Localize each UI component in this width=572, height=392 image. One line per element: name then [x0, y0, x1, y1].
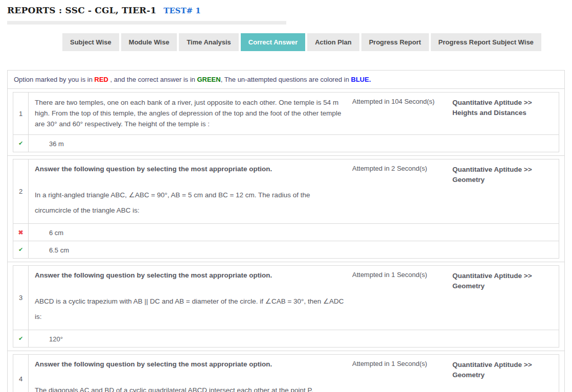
legend-notice: Option marked by you is in RED , and the…: [8, 71, 564, 89]
question-intro: Answer the following question by selecti…: [35, 359, 345, 370]
results-container: Option marked by you is in RED , and the…: [7, 70, 565, 392]
attempted-time: Attempted in 2 Second(s): [352, 159, 452, 223]
question-text: There are two temples, one on each bank …: [35, 97, 345, 129]
legend-text: Option marked by you is in: [14, 76, 95, 83]
answer-option-row: ✔ 6.5 cm: [13, 241, 559, 258]
attempted-time: Attempted in 1 Second(s): [352, 266, 452, 330]
question-text: In a right-angled triangle ABC, ∠ABC = 9…: [35, 188, 345, 218]
question-row: 3 Answer the following question by selec…: [13, 266, 559, 330]
question-number: 3: [13, 266, 29, 330]
attempted-time: Attempted in 1 Second(s): [352, 355, 452, 392]
question-section: 2 Answer the following question by selec…: [8, 156, 564, 262]
question-text: ABCD is a cyclic trapezium with AB || DC…: [35, 294, 345, 325]
answer-option-row: ✔ 120°: [13, 330, 559, 347]
question-section: 3 Answer the following question by selec…: [8, 262, 564, 351]
answer-option-text: 6 cm: [29, 224, 559, 241]
question-category: Quantitative Aptitude >> Geometry: [452, 355, 559, 392]
tab-module-wise[interactable]: Module Wise: [121, 33, 177, 51]
answer-option-row: ✔ 36 m: [13, 134, 559, 152]
question-row: 4 Answer the following question by selec…: [13, 355, 559, 392]
answer-option-text: 6.5 cm: [29, 241, 559, 258]
legend-text: , The un-attempted questions are colored…: [221, 76, 351, 83]
question-section: 1 There are two temples, one on each ban…: [8, 89, 564, 156]
question-content: Answer the following question by selecti…: [29, 355, 352, 392]
legend-text: , and the correct answer is in: [108, 76, 197, 83]
question-category: Quantitative Aptitude >> Geometry: [452, 266, 559, 330]
question-row: 2 Answer the following question by selec…: [13, 159, 559, 223]
correct-answer-icon: ✔: [13, 330, 29, 347]
question-number: 4: [13, 355, 29, 392]
question-intro: Answer the following question by selecti…: [35, 270, 345, 281]
answer-option-text: 120°: [29, 330, 559, 347]
question-text: The diagonals AC and BD of a cyclic quad…: [35, 383, 345, 392]
tab-correct-answer[interactable]: Correct Answer: [241, 33, 305, 51]
question-content: There are two temples, one on each bank …: [29, 93, 352, 134]
question-card: 1 There are two temples, one on each ban…: [13, 92, 559, 152]
question-card: 2 Answer the following question by selec…: [13, 159, 559, 259]
tab-action-plan[interactable]: Action Plan: [307, 33, 359, 51]
question-number: 1: [13, 93, 29, 134]
report-tabs: Subject Wise Module Wise Time Analysis C…: [62, 33, 565, 51]
answer-option-text: 36 m: [29, 135, 559, 152]
question-content: Answer the following question by selecti…: [29, 159, 352, 223]
correct-answer-icon: ✔: [13, 241, 29, 258]
question-category: Quantitative Aptitude >> Geometry: [452, 159, 559, 223]
question-content: Answer the following question by selecti…: [29, 266, 352, 330]
question-section: 4 Answer the following question by selec…: [8, 351, 564, 392]
question-row: 1 There are two temples, one on each ban…: [13, 93, 559, 134]
tab-progress-report-subject-wise[interactable]: Progress Report Subject Wise: [431, 33, 541, 51]
page-title: REPORTS : SSC - CGL, TIER-1: [7, 5, 156, 15]
question-intro: Answer the following question by selecti…: [35, 164, 345, 174]
question-card: 3 Answer the following question by selec…: [13, 265, 559, 348]
question-category: Quantitative Aptitude >> Heights and Dis…: [452, 93, 559, 134]
question-card: 4 Answer the following question by selec…: [13, 354, 559, 392]
attempted-time: Attempted in 104 Second(s): [352, 93, 452, 134]
wrong-answer-icon: ✖: [13, 224, 29, 241]
answer-option-row: ✖ 6 cm: [13, 223, 559, 241]
question-number: 2: [13, 159, 29, 223]
page-header: REPORTS : SSC - CGL, TIER-1 TEST# 1: [7, 5, 565, 15]
report-page: REPORTS : SSC - CGL, TIER-1 TEST# 1 Subj…: [0, 0, 572, 392]
correct-answer-icon: ✔: [13, 135, 29, 152]
legend-blue-label: BLUE.: [351, 76, 371, 83]
legend-green-label: GREEN: [197, 76, 220, 83]
tab-subject-wise[interactable]: Subject Wise: [62, 33, 119, 51]
tab-progress-report[interactable]: Progress Report: [361, 33, 429, 51]
tab-time-analysis[interactable]: Time Analysis: [179, 33, 239, 51]
header-divider: [7, 21, 286, 25]
test-number-link[interactable]: TEST# 1: [164, 6, 201, 15]
legend-red-label: RED: [95, 76, 108, 83]
